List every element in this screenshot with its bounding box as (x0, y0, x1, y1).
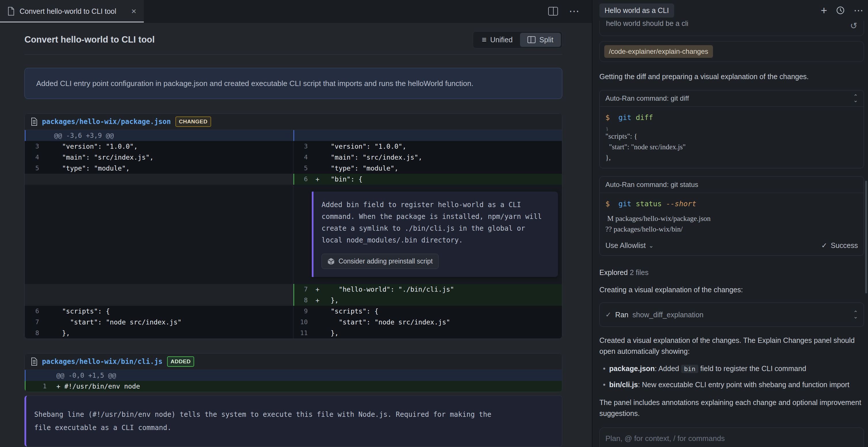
chat-input-box[interactable]: Plan, @ for context, / for commands ∞ Ag… (599, 427, 864, 447)
code-line: "start": "node src/index.js" (43, 317, 293, 328)
terminal-output: $ git diff }, "scripts": { "start": "nod… (600, 107, 864, 168)
document-icon (7, 7, 14, 16)
empty-gutter (25, 185, 43, 284)
diff-file-header[interactable]: packages/hello-wix/package.json CHANGED (25, 114, 562, 130)
hunk-spacer (312, 130, 562, 141)
tab-close-icon[interactable]: × (131, 7, 136, 16)
annotation-region: Added bin field to register hello-world … (25, 185, 562, 284)
command-message-bubble[interactable]: /code-explainer/explain-changes (599, 41, 864, 62)
chat-more-icon[interactable]: ⋯ (854, 5, 864, 15)
status-badge: ✓ Success (822, 241, 858, 250)
expand-collapse-icon[interactable]: ⌃⌄ (853, 95, 858, 102)
terminal-card-git-diff: Auto-Ran command: git diff ⌃⌄ $ git diff… (599, 90, 864, 168)
bullet-icon: • (599, 379, 609, 390)
output-line: ?? packages/hello-wix/bin/ (606, 224, 858, 234)
added-badge: ADDED (167, 356, 194, 367)
unified-list-icon: ≡ (482, 36, 486, 44)
suggestion-label: Consider adding preinstall script (339, 258, 433, 265)
line-number: 11 (293, 328, 312, 338)
changed-badge: CHANGED (176, 117, 211, 127)
split-diff: @@ -3,6 +3,9 @@ 3 "version": "1.0.0", 3 … (25, 130, 562, 338)
diff-row-added: 6 + "bin": { (25, 174, 562, 185)
change-summary-banner: Added CLI entry point configuration in p… (25, 68, 562, 99)
diff-row: 5 "type": "module", 5 "type": "module", (25, 163, 562, 174)
diff-card-package-json: packages/hello-wix/package.json CHANGED … (25, 113, 562, 339)
file-icon (31, 118, 37, 126)
terminal-card-header[interactable]: Auto-Ran command: git diff ⌃⌄ (600, 90, 864, 107)
code-line: "type": "module", (43, 163, 293, 174)
filler-gutter (25, 284, 43, 295)
line-number: 6 (293, 174, 312, 185)
plus-marker: + (315, 284, 319, 295)
split-view-button[interactable]: Split (520, 33, 561, 47)
user-message-bubble[interactable]: hello world should be a cli ↺ (599, 21, 864, 36)
tool-run-card[interactable]: ✓ Ran show_diff_explanation ⌃⌄ (599, 303, 864, 327)
diff-row-added: 1 + #!/usr/bin/env node (25, 381, 562, 392)
editor-more-icon[interactable]: ⋯ (569, 6, 580, 17)
header-divider (25, 54, 562, 55)
suggestion-button[interactable]: Consider adding preinstall script (321, 254, 439, 269)
user-message: hello world should be a cli (606, 21, 688, 28)
hunk-gutter (25, 370, 51, 381)
new-chat-icon[interactable]: + (821, 5, 827, 16)
unified-label: Unified (490, 36, 513, 44)
diff-row: 8 }, 11 }, (25, 328, 562, 338)
inline-code: bin (681, 365, 698, 373)
chat-input-placeholder: Plan, @ for context, / for commands (606, 434, 858, 443)
diff-hunk-row: @@ -3,6 +3,9 @@ (25, 130, 562, 141)
tool-name: show_diff_explanation (632, 311, 704, 319)
line-number: 8 (293, 295, 312, 306)
code-line: "version": "1.0.0", (43, 141, 293, 152)
output-line: }, (606, 152, 858, 163)
restore-checkpoint-icon[interactable]: ↺ (850, 21, 857, 31)
chat-title-tab[interactable]: Hello world as a CLI (599, 3, 674, 18)
explored-label: Explored (599, 268, 628, 276)
filler-line (43, 295, 293, 306)
code-line: "type": "module", (312, 163, 562, 174)
chat-panel: Hello world as a CLI + ⋯ hello world sho… (592, 0, 868, 447)
chat-scrollbar[interactable] (865, 181, 867, 293)
diff-filename: packages/hello-wix/package.json (42, 118, 171, 126)
filler-line (43, 284, 293, 295)
filler-gutter (25, 295, 43, 306)
history-icon[interactable] (836, 6, 845, 15)
file-icon (31, 358, 37, 366)
plus-marker: + (315, 295, 319, 306)
split-editor-icon[interactable] (548, 7, 558, 16)
diff-file-header[interactable]: packages/hello-wix/bin/cli.js ADDED (25, 354, 562, 370)
explored-count: 2 files (630, 268, 649, 276)
expand-collapse-icon[interactable]: ⌃⌄ (853, 311, 858, 319)
assistant-text: The panel includes annotations explainin… (599, 397, 864, 419)
allowlist-label: Use Allowlist (606, 241, 646, 250)
code-line: "scripts": { (43, 306, 293, 317)
split-view-icon (527, 36, 535, 43)
explain-changes-view: Convert hello-world to CLI tool ≡ Unifie… (0, 30, 592, 447)
code-line: "scripts": { (312, 306, 562, 317)
hunk-gutter (293, 130, 312, 141)
line-number: 9 (293, 306, 312, 317)
line-number: 4 (25, 152, 43, 163)
diff-row: 7 "start": "node src/index.js" 10 "start… (25, 317, 562, 328)
diff-row-added: 7 + "hello-world": "./bin/cli.js" (25, 284, 562, 295)
filler-line (43, 174, 293, 185)
line-number: 4 (293, 152, 312, 163)
list-item: • bin/cli.js: New executable CLI entry p… (599, 379, 864, 390)
line-number: 5 (293, 163, 312, 174)
explored-files-line[interactable]: Explored 2 files (599, 268, 864, 277)
view-mode-toggle: ≡ Unified Split (473, 31, 562, 48)
terminal-output: $ git status --short M packages/hello-wi… (600, 193, 864, 240)
hunk-gutter (25, 130, 43, 141)
tab-convert-hello-world[interactable]: Convert hello-world to CLI tool × (0, 0, 144, 23)
split-label: Split (539, 36, 553, 44)
diff-card-cli-js: packages/hello-wix/bin/cli.js ADDED @@ -… (25, 353, 562, 392)
code-line-added: + }, (312, 295, 562, 306)
code-line: }, (43, 328, 293, 338)
terminal-card-header[interactable]: Auto-Ran command: git status (600, 177, 864, 193)
result-bullet-list: • package.json: Added bin field to regis… (599, 363, 864, 390)
line-number: 7 (25, 317, 43, 328)
unified-view-button[interactable]: ≡ Unified (474, 33, 520, 47)
unified-diff: @@ -0,0 +1,5 @@ 1 + #!/usr/bin/env node (25, 370, 562, 392)
filler-gutter (25, 174, 43, 185)
bullet-icon: • (599, 363, 609, 375)
allowlist-dropdown[interactable]: Use Allowlist ⌄ (606, 241, 654, 250)
